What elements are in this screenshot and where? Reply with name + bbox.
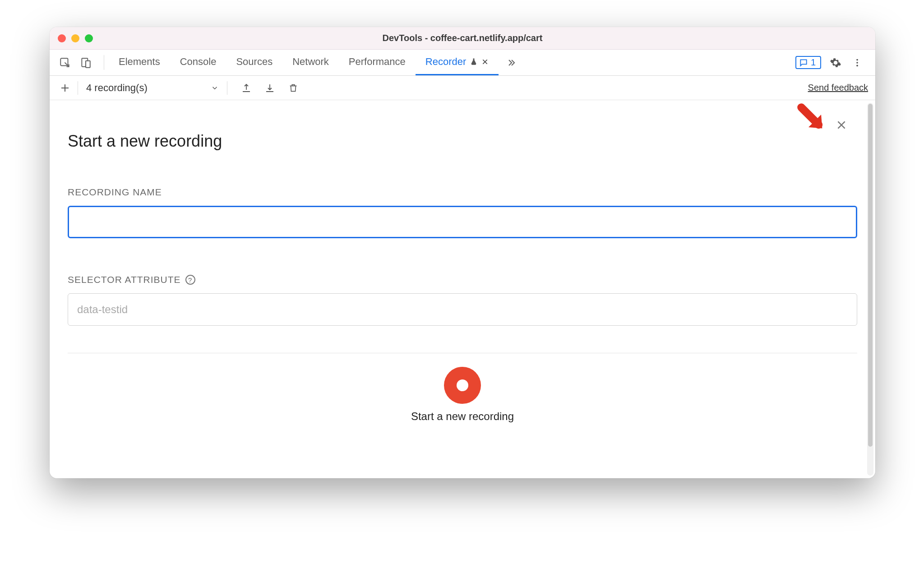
device-toolbar-icon[interactable] xyxy=(79,55,93,70)
svg-point-5 xyxy=(856,65,858,66)
close-tab-icon[interactable] xyxy=(481,58,489,65)
tab-label: Elements xyxy=(119,56,160,68)
svg-point-4 xyxy=(856,62,858,64)
divider xyxy=(78,81,78,95)
inspect-element-icon[interactable] xyxy=(58,55,72,70)
selector-attribute-label: Selector Attribute xyxy=(68,274,181,285)
tabstrip-right: 1 xyxy=(795,50,871,75)
tab-label: Network xyxy=(292,56,329,68)
start-recording-button[interactable] xyxy=(444,367,481,404)
recordings-dropdown[interactable]: 4 recording(s) xyxy=(83,82,222,94)
new-recording-icon[interactable] xyxy=(57,80,73,96)
tab-recorder[interactable]: Recorder xyxy=(416,50,499,75)
recording-name-input[interactable] xyxy=(68,206,857,238)
window-close-button[interactable] xyxy=(58,34,66,42)
tab-label: Console xyxy=(180,56,217,68)
close-icon xyxy=(836,119,847,131)
settings-icon[interactable] xyxy=(828,55,843,70)
help-icon[interactable]: ? xyxy=(185,275,195,285)
delete-icon[interactable] xyxy=(286,81,300,95)
traffic-lights xyxy=(58,34,93,42)
tab-sources[interactable]: Sources xyxy=(226,50,282,75)
panel-heading: Start a new recording xyxy=(68,132,857,151)
import-icon[interactable] xyxy=(263,81,277,95)
scrollbar[interactable] xyxy=(867,103,873,476)
record-section: Start a new recording xyxy=(68,353,857,432)
divider xyxy=(227,81,227,95)
titlebar: DevTools - coffee-cart.netlify.app/cart xyxy=(50,27,875,50)
close-panel-button[interactable] xyxy=(835,118,848,132)
window-title: DevTools - coffee-cart.netlify.app/cart xyxy=(383,33,543,43)
more-tabs-icon[interactable] xyxy=(499,50,524,75)
messages-badge[interactable]: 1 xyxy=(795,56,821,69)
messages-count: 1 xyxy=(811,57,816,68)
svg-rect-2 xyxy=(86,60,90,67)
tab-elements[interactable]: Elements xyxy=(109,50,170,75)
tab-performance[interactable]: Performance xyxy=(339,50,416,75)
annotation-arrow-icon xyxy=(794,100,830,136)
window-zoom-button[interactable] xyxy=(85,34,93,42)
start-recording-label: Start a new recording xyxy=(411,410,514,423)
divider xyxy=(104,55,104,70)
window-minimize-button[interactable] xyxy=(71,34,79,42)
export-icon[interactable] xyxy=(239,81,254,95)
flask-icon xyxy=(470,58,478,66)
tab-label: Performance xyxy=(349,56,406,68)
recordings-dropdown-label: 4 recording(s) xyxy=(86,82,148,94)
tabstrip-left-icons xyxy=(54,50,99,75)
send-feedback-link[interactable]: Send feedback xyxy=(808,83,868,93)
scrollbar-thumb[interactable] xyxy=(868,104,873,447)
selector-attribute-field: Selector Attribute ? xyxy=(68,274,857,326)
devtools-window: DevTools - coffee-cart.netlify.app/cart … xyxy=(50,27,875,478)
record-icon xyxy=(457,379,468,391)
selector-attribute-input[interactable] xyxy=(68,293,857,326)
recorder-toolbar: 4 recording(s) Send feedback xyxy=(50,76,875,100)
kebab-menu-icon[interactable] xyxy=(850,55,864,70)
new-recording-panel: Start a new recording Recording Name Sel… xyxy=(50,100,875,432)
chevron-down-icon xyxy=(211,84,219,92)
recording-name-label: Recording Name xyxy=(68,187,857,198)
tab-console[interactable]: Console xyxy=(170,50,226,75)
recording-name-field: Recording Name xyxy=(68,187,857,238)
tabstrip: Elements Console Sources Network Perform… xyxy=(50,50,875,76)
tabs: Elements Console Sources Network Perform… xyxy=(109,50,499,75)
toolbar-icons xyxy=(239,81,300,95)
recorder-main: Start a new recording Recording Name Sel… xyxy=(50,100,875,478)
tab-network[interactable]: Network xyxy=(282,50,339,75)
tab-label: Sources xyxy=(236,56,273,68)
svg-point-3 xyxy=(856,59,858,60)
message-icon xyxy=(799,58,808,67)
tab-label: Recorder xyxy=(425,56,466,68)
